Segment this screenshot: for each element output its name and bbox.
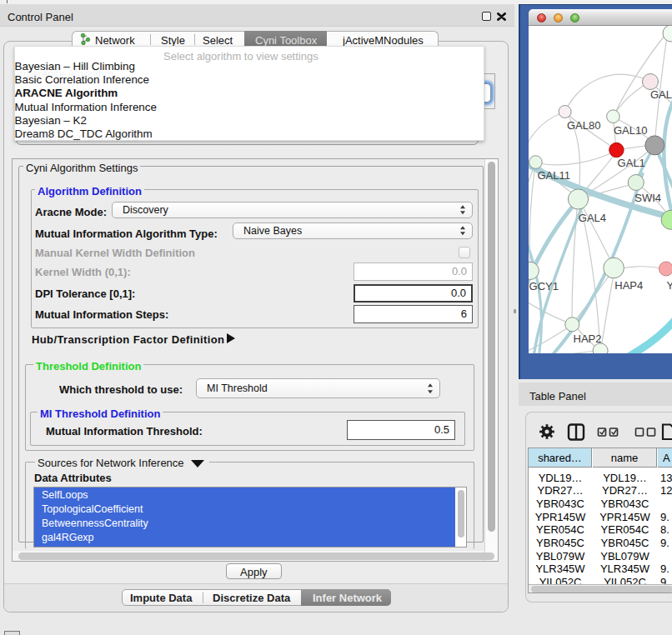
svg-text:GAL1: GAL1 [618,157,645,169]
svg-text:GAL7: GAL7 [650,88,672,101]
svg-text:GCY1: GCY1 [529,280,559,292]
svg-text:HAP4: HAP4 [614,279,643,292]
svg-text:SWI4: SWI4 [634,192,661,204]
svg-text:GAL80: GAL80 [567,119,600,132]
svg-text:GAL10: GAL10 [614,124,647,137]
svg-text:YP: YP [667,279,672,292]
svg-text:HAP2: HAP2 [574,332,602,345]
svg-text:GAL4: GAL4 [579,212,606,224]
svg-text:GAL11: GAL11 [537,169,570,182]
